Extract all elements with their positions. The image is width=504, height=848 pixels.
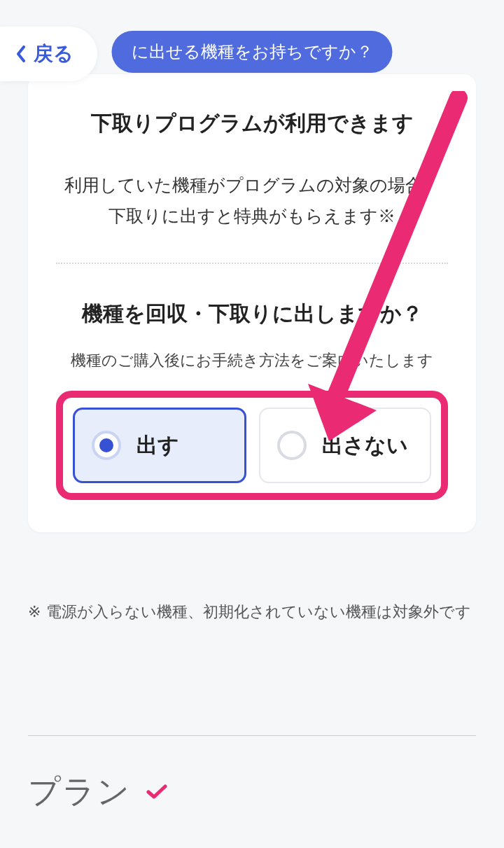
options-highlight-box: 出す 出さない [56,391,448,500]
radio-selected-icon [92,431,121,460]
section-divider [28,735,476,736]
plan-title: プラン [28,770,131,814]
back-button[interactable]: 戻る [0,27,97,81]
card-title: 下取りプログラムが利用できます [56,109,448,138]
question-subtext: 機種のご購入後にお手続き方法をご案内いたします [56,350,448,371]
plan-section-header: プラン [28,770,167,814]
footnote-text: 電源が入らない機種、初期化されていない機種は対象外です [46,599,471,624]
option-yes[interactable]: 出す [73,408,246,483]
card-description: 利用していた機種がプログラムの対象の場合、 下取りに出すと特典がもらえます※ [56,170,448,232]
radio-unselected-icon [277,431,307,460]
dotted-divider [56,263,448,264]
card-desc-line1: 利用していた機種がプログラムの対象の場合、 [64,175,440,195]
back-label: 戻る [34,41,74,67]
trade-in-card: 下取りプログラムが利用できます 利用していた機種がプログラムの対象の場合、 下取… [28,74,476,532]
option-no-label: 出さない [322,432,408,459]
card-desc-line2: 下取りに出すと特典がもらえます※ [108,206,396,225]
option-no[interactable]: 出さない [259,408,431,483]
context-pill: に出せる機種をお持ちですか？ [112,31,393,73]
question-title: 機種を回収・下取りに出しますか？ [56,298,448,329]
check-icon [146,784,167,800]
chevron-left-icon [15,46,27,62]
option-yes-label: 出す [136,432,179,459]
footnote-marker: ※ [28,599,41,624]
footnote: ※ 電源が入らない機種、初期化されていない機種は対象外です [28,599,476,624]
